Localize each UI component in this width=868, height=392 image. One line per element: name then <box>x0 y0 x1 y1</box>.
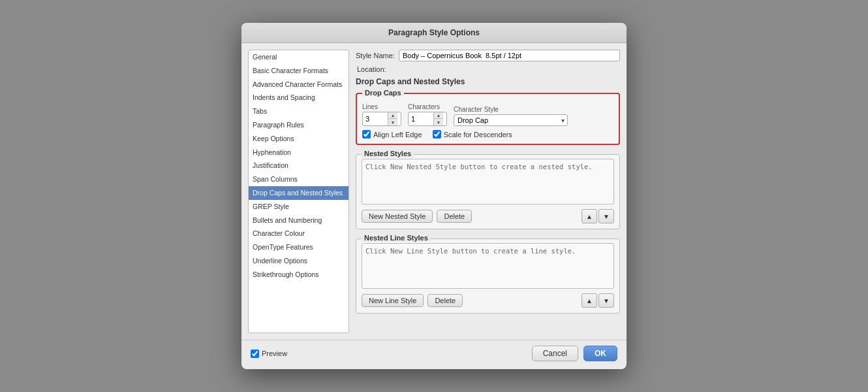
new-nested-style-button[interactable]: New Nested Style <box>362 210 433 223</box>
align-left-edge-label[interactable]: Align Left Edge <box>362 130 422 139</box>
nested-styles-button-row: New Nested Style Delete ▲ ▼ <box>362 209 614 223</box>
chars-down-btn[interactable]: ▼ <box>434 119 443 125</box>
cancel-button[interactable]: Cancel <box>532 346 578 361</box>
sidebar-item-advanced-char[interactable]: Advanced Character Formats <box>249 78 349 91</box>
sidebar-item-hyphenation[interactable]: Hyphenation <box>249 146 349 159</box>
nested-line-styles-arrow-group: ▲ ▼ <box>581 293 614 308</box>
preview-text: Preview <box>262 350 287 357</box>
location-label: Location: <box>357 65 386 73</box>
sidebar: General Basic Character Formats Advanced… <box>248 50 349 333</box>
sidebar-item-strikethrough[interactable]: Strikethrough Options <box>249 268 349 282</box>
nested-styles-arrow-group: ▲ ▼ <box>581 209 614 223</box>
char-style-select-wrapper: Drop Cap [None] [New Character Style] <box>454 114 568 126</box>
main-panel: Style Name: Location: Drop Caps and Nest… <box>356 50 620 333</box>
sidebar-item-indents[interactable]: Indents and Spacing <box>249 91 349 105</box>
chars-input[interactable] <box>409 114 433 124</box>
new-line-style-button[interactable]: New Line Style <box>362 294 424 307</box>
scale-descenders-label[interactable]: Scale for Descenders <box>433 130 512 139</box>
chars-spinner[interactable]: ▲ ▼ <box>408 112 447 126</box>
drop-caps-group: Drop Caps Lines ▲ ▼ Characters <box>356 93 620 145</box>
drop-caps-fields: Lines ▲ ▼ Characters <box>362 103 613 126</box>
chars-up-btn[interactable]: ▲ <box>434 112 443 119</box>
sidebar-item-grep-style[interactable]: GREP Style <box>249 200 349 214</box>
lines-up-btn[interactable]: ▲ <box>388 112 397 119</box>
ok-button[interactable]: OK <box>583 346 617 361</box>
drop-caps-checkbox-row: Align Left Edge Scale for Descenders <box>362 130 613 139</box>
preview-label[interactable]: Preview <box>251 350 287 358</box>
nested-line-styles-button-row: New Line Style Delete ▲ ▼ <box>362 293 614 308</box>
char-style-select[interactable]: Drop Cap [None] [New Character Style] <box>454 114 568 126</box>
sidebar-item-opentype[interactable]: OpenType Features <box>249 240 349 254</box>
nested-line-styles-legend: Nested Line Styles <box>362 234 431 242</box>
align-left-edge-text: Align Left Edge <box>373 131 422 139</box>
char-style-label: Character Style <box>454 106 568 113</box>
delete-nested-style-button[interactable]: Delete <box>437 210 472 223</box>
nested-line-styles-down-arrow[interactable]: ▼ <box>598 293 614 308</box>
style-name-label: Style Name: <box>356 52 395 59</box>
sidebar-item-justification[interactable]: Justification <box>249 159 349 172</box>
nested-line-styles-group: Nested Line Styles Click New Line Style … <box>356 238 620 314</box>
paragraph-style-dialog: Paragraph Style Options General Basic Ch… <box>241 23 627 369</box>
chars-spin-btns: ▲ ▼ <box>433 112 443 125</box>
nested-styles-up-arrow[interactable]: ▲ <box>581 209 597 223</box>
align-left-edge-checkbox[interactable] <box>362 130 371 139</box>
scale-descenders-text: Scale for Descenders <box>444 131 512 139</box>
lines-label: Lines <box>362 103 401 110</box>
preview-checkbox[interactable] <box>251 350 259 358</box>
sidebar-item-bullets[interactable]: Bullets and Numbering <box>249 214 349 227</box>
dialog-body: General Basic Character Formats Advanced… <box>241 43 627 340</box>
sidebar-item-general[interactable]: General <box>249 50 349 64</box>
style-name-row: Style Name: <box>356 50 620 61</box>
footer-buttons: Cancel OK <box>532 346 617 361</box>
chars-label: Characters <box>408 103 447 110</box>
lines-spinner[interactable]: ▲ ▼ <box>362 112 401 126</box>
sidebar-item-basic-char[interactable]: Basic Character Formats <box>249 64 349 78</box>
chars-field-group: Characters ▲ ▼ <box>408 103 447 126</box>
lines-field-group: Lines ▲ ▼ <box>362 103 401 126</box>
dialog-title: Paragraph Style Options <box>241 23 627 43</box>
lines-input[interactable] <box>363 114 388 124</box>
drop-caps-legend: Drop Caps <box>362 89 404 97</box>
delete-line-style-button[interactable]: Delete <box>427 294 463 307</box>
scale-descenders-checkbox[interactable] <box>433 130 441 139</box>
dialog-footer: Preview Cancel OK <box>241 340 627 369</box>
char-style-field-group: Character Style Drop Cap [None] [New Cha… <box>454 106 568 126</box>
sidebar-item-tabs[interactable]: Tabs <box>249 105 349 118</box>
sidebar-item-drop-caps[interactable]: Drop Caps and Nested Styles <box>249 186 349 200</box>
nested-line-styles-up-arrow[interactable]: ▲ <box>581 293 597 308</box>
sidebar-item-span-columns[interactable]: Span Columns <box>249 172 349 186</box>
nested-styles-down-arrow[interactable]: ▼ <box>598 209 614 223</box>
sidebar-item-keep-options[interactable]: Keep Options <box>249 132 349 146</box>
style-name-input[interactable] <box>399 50 620 61</box>
sidebar-item-underline[interactable]: Underline Options <box>249 254 349 268</box>
lines-spin-btns: ▲ ▼ <box>388 112 397 125</box>
nested-styles-area: Click New Nested Style button to create … <box>362 159 614 204</box>
section-title: Drop Caps and Nested Styles <box>356 77 620 86</box>
nested-styles-legend: Nested Styles <box>362 150 414 157</box>
sidebar-item-para-rules[interactable]: Paragraph Rules <box>249 118 349 132</box>
lines-down-btn[interactable]: ▼ <box>388 119 397 125</box>
sidebar-item-char-colour[interactable]: Character Colour <box>249 227 349 240</box>
location-row: Location: <box>356 65 620 73</box>
nested-line-styles-area: Click New Line Style button to create a … <box>362 243 614 289</box>
nested-styles-group: Nested Styles Click New Nested Style but… <box>356 154 620 229</box>
